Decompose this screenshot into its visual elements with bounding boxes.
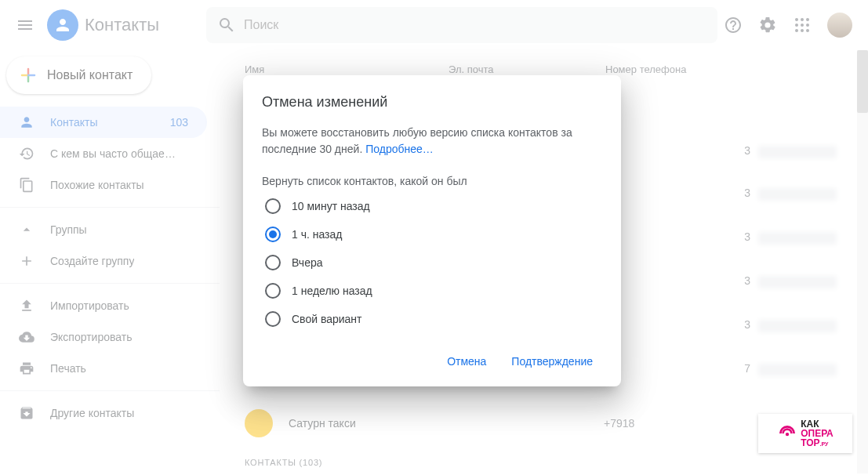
radio-icon bbox=[265, 283, 281, 299]
radio-group-label: Вернуть список контактов, какой он был bbox=[262, 175, 602, 187]
dialog-title: Отмена изменений bbox=[262, 94, 602, 111]
radio-option-10min[interactable]: 10 минут назад bbox=[265, 198, 602, 214]
radio-label: 1 неделю назад bbox=[292, 285, 372, 297]
radio-option-custom[interactable]: Свой вариант bbox=[265, 311, 602, 327]
radio-option-1hour[interactable]: 1 ч. назад bbox=[265, 227, 602, 242]
watermark-badge: КАК ОПЕРА ТОР.РУ bbox=[758, 414, 852, 453]
radio-icon bbox=[265, 198, 281, 214]
radio-icon bbox=[265, 311, 281, 327]
cancel-button[interactable]: Отмена bbox=[438, 349, 496, 374]
undo-changes-dialog: Отмена изменений Вы можете восстановить … bbox=[243, 75, 621, 386]
dialog-actions: Отмена Подтверждение bbox=[262, 349, 602, 380]
radio-label: Свой вариант bbox=[292, 313, 362, 325]
radio-icon bbox=[265, 227, 281, 242]
radio-label: Вчера bbox=[292, 256, 323, 269]
radio-option-1week[interactable]: 1 неделю назад bbox=[265, 283, 602, 299]
svg-point-9 bbox=[786, 433, 789, 436]
radio-group: 10 минут назад 1 ч. назад Вчера 1 неделю… bbox=[262, 198, 602, 327]
confirm-button[interactable]: Подтверждение bbox=[502, 349, 602, 374]
wifi-arc-icon bbox=[777, 423, 797, 444]
radio-icon bbox=[265, 255, 281, 270]
radio-label: 10 минут назад bbox=[292, 200, 370, 212]
dialog-body: Вы можете восстановить любую версию спис… bbox=[262, 125, 602, 158]
learn-more-link[interactable]: Подробнее… bbox=[365, 143, 434, 155]
radio-label: 1 ч. назад bbox=[292, 228, 342, 241]
radio-option-yesterday[interactable]: Вчера bbox=[265, 255, 602, 270]
watermark-text: КАК ОПЕРА ТОР.РУ bbox=[801, 419, 833, 448]
